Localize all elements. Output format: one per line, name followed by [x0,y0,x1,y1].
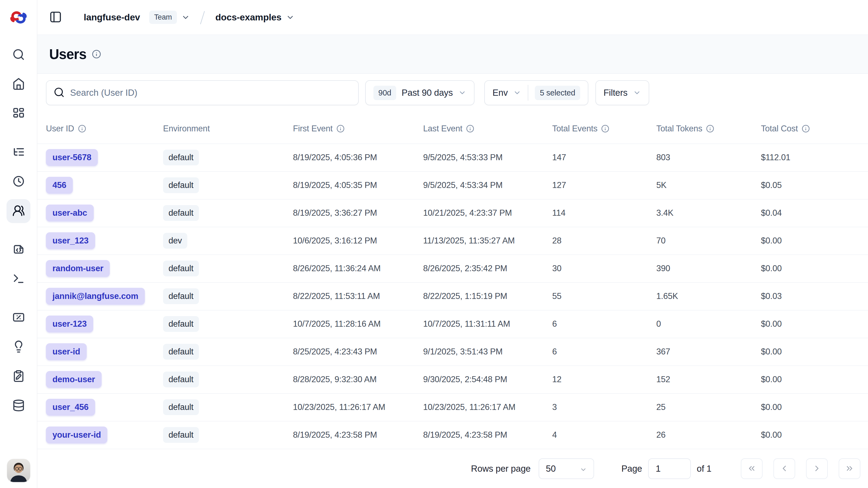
home-icon [12,78,25,91]
date-range-label: Past 90 days [402,88,453,98]
user-avatar[interactable] [7,459,30,482]
total-tokens-cell: 1.65K [656,282,761,310]
rows-per-page-select[interactable]: 50 [539,458,594,479]
table-row[interactable]: random-userdefault8/26/2025, 11:36:24 AM… [37,255,868,282]
total-cost-cell: $0.04 [761,199,868,227]
sidebar-toggle-button[interactable] [49,10,62,24]
user-id-badge[interactable]: jannik@langfuse.com [46,288,145,305]
first-event-cell: 8/25/2025, 4:23:43 PM [293,338,423,366]
total-tokens-cell: 26 [656,421,761,449]
first-event-cell: 8/26/2025, 11:36:24 AM [293,255,423,282]
page-count-label: of 1 [697,463,711,474]
column-header-environment[interactable]: Environment [163,114,293,144]
langfuse-logo[interactable] [0,0,37,35]
environment-badge: default [163,372,199,387]
total-cost-cell: $0.05 [761,171,868,199]
sidebar-item-tracing[interactable] [6,140,30,164]
next-page-button[interactable] [806,458,828,479]
table-row[interactable]: user_123dev10/6/2025, 3:16:12 PM11/13/20… [37,227,868,255]
total-cost-cell: $0.00 [761,421,868,449]
date-range-button[interactable]: 90d Past 90 days [365,80,474,105]
table-row[interactable]: user_456default10/23/2025, 11:26:17 AM10… [37,393,868,421]
table-row[interactable]: demo-userdefault8/28/2025, 9:32:30 AM9/3… [37,366,868,393]
total-tokens-cell: 3.4K [656,199,761,227]
environment-badge: default [163,288,199,304]
user-id-badge[interactable]: user-5678 [46,149,98,166]
sidebar-item-home[interactable] [6,73,30,96]
column-header-total-tokens[interactable]: Total Tokens [656,114,761,144]
pagination-bar: Rows per page 50 Page of 1 [37,449,868,488]
table-row[interactable]: user-5678default8/19/2025, 4:05:36 PM9/5… [37,144,868,171]
column-label: Total Tokens [656,124,702,134]
filters-label: Filters [603,88,627,98]
sidebar-item-prompts[interactable] [6,238,30,262]
column-header-total-events[interactable]: Total Events [552,114,656,144]
table-row[interactable]: 456default8/19/2025, 4:05:35 PM9/5/2025,… [37,171,868,199]
user-id-badge[interactable]: random-user [46,260,110,277]
info-icon [78,124,86,133]
chevron-right-icon [812,464,822,474]
user-id-badge[interactable]: user_123 [46,232,95,249]
filters-button[interactable]: Filters [595,80,649,105]
env-filter-button[interactable]: Env 5 selected [484,80,588,105]
sidebar-item-evaluators[interactable] [6,365,30,389]
first-event-cell: 10/7/2025, 11:28:16 AM [293,310,423,338]
search-icon [12,48,25,62]
chevron-down-icon[interactable] [286,13,294,22]
user-id-badge[interactable]: user_456 [46,399,95,415]
user-id-badge[interactable]: user-abc [46,205,94,222]
last-event-cell: 8/22/2025, 1:15:19 PM [423,282,552,310]
total-events-cell: 28 [552,227,656,255]
column-label: Total Events [552,124,597,134]
project-name[interactable]: docs-examples [216,12,282,23]
last-page-button[interactable] [839,458,860,479]
sidebar-item-search[interactable] [6,43,30,67]
column-label: Total Cost [761,124,798,134]
table-row[interactable]: jannik@langfuse.comdefault8/22/2025, 11:… [37,282,868,310]
org-name[interactable]: langfuse-dev [84,12,140,23]
table-row[interactable]: user-iddefault8/25/2025, 4:23:43 PM9/1/2… [37,338,868,366]
user-id-badge[interactable]: demo-user [46,371,102,388]
sidebar-item-scores[interactable] [6,306,30,330]
users-table-body: user-5678default8/19/2025, 4:05:36 PM9/5… [37,144,868,449]
page-input[interactable] [648,458,691,479]
first-event-cell: 8/19/2025, 4:05:36 PM [293,144,423,171]
first-page-button[interactable] [741,458,763,479]
total-tokens-cell: 0 [656,310,761,338]
column-label: User ID [46,124,74,134]
first-event-cell: 10/6/2025, 3:16:12 PM [293,227,423,255]
total-tokens-cell: 390 [656,255,761,282]
sidebar-item-dashboards[interactable] [6,102,30,126]
total-cost-cell: $0.00 [761,227,868,255]
search-input[interactable] [70,88,351,98]
user-id-badge[interactable]: user-123 [46,316,93,333]
info-icon [466,124,474,133]
chevron-down-icon[interactable] [181,13,190,22]
environment-badge: default [163,316,199,332]
environment-badge: default [163,261,199,276]
table-row[interactable]: your-user-iddefault8/19/2025, 4:23:58 PM… [37,421,868,449]
user-id-badge[interactable]: your-user-id [46,427,107,443]
sidebar-item-sessions[interactable] [6,170,30,194]
page-title: Users [49,46,86,62]
column-header-user-id[interactable]: User ID [37,114,163,144]
column-header-last-event[interactable]: Last Event [423,114,552,144]
last-event-cell: 9/30/2025, 2:54:48 PM [423,366,552,393]
column-header-first-event[interactable]: First Event [293,114,423,144]
user-id-badge[interactable]: user-id [46,343,87,360]
org-type-badge: Team [149,10,177,24]
sidebar-item-datasets[interactable] [6,394,30,418]
sidebar-item-users[interactable] [6,199,30,223]
table-row[interactable]: user-123default10/7/2025, 11:28:16 AM10/… [37,310,868,338]
sidebar-item-annotations[interactable] [6,335,30,359]
pager-buttons [741,458,860,479]
chevron-down-icon [633,89,641,97]
total-cost-cell: $0.00 [761,393,868,421]
total-events-cell: 6 [552,310,656,338]
table-row[interactable]: user-abcdefault8/19/2025, 3:36:27 PM10/2… [37,199,868,227]
total-cost-cell: $0.00 [761,366,868,393]
column-header-total-cost[interactable]: Total Cost [761,114,868,144]
sidebar-item-playground[interactable] [6,267,30,291]
user-id-badge[interactable]: 456 [46,177,73,194]
previous-page-button[interactable] [773,458,795,479]
